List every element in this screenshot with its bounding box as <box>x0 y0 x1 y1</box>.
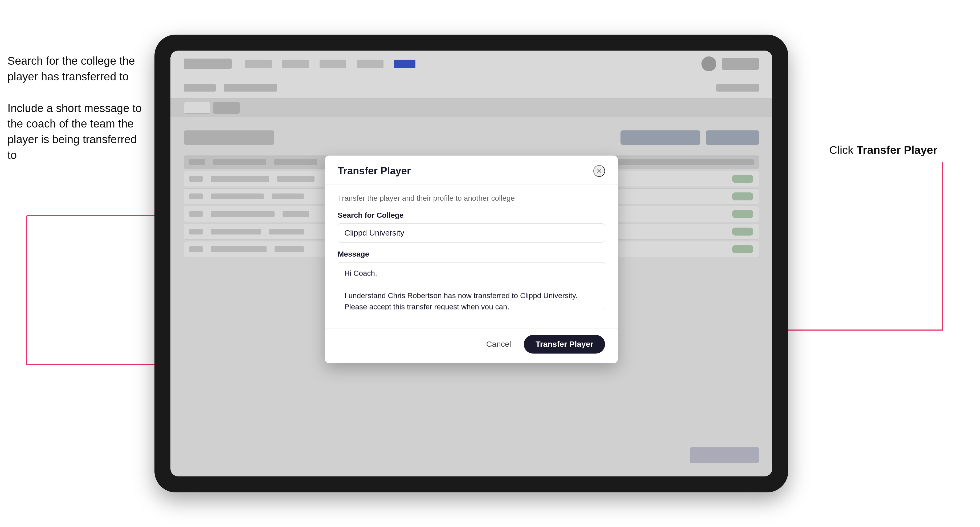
ipad-device: Transfer Player × Transfer the player an… <box>154 35 788 492</box>
annotation-text-2: Include a short message to the coach of … <box>8 101 146 163</box>
ipad-screen: Transfer Player × Transfer the player an… <box>170 51 772 476</box>
modal-subtitle: Transfer the player and their profile to… <box>338 194 605 203</box>
modal-close-button[interactable]: × <box>593 165 605 177</box>
message-textarea[interactable] <box>338 262 605 310</box>
cancel-button[interactable]: Cancel <box>480 335 517 353</box>
modal-overlay: Transfer Player × Transfer the player an… <box>170 51 772 476</box>
annotation-prefix: Click <box>829 144 857 156</box>
modal-footer: Cancel Transfer Player <box>325 328 618 363</box>
transfer-player-button[interactable]: Transfer Player <box>524 335 605 354</box>
transfer-player-modal: Transfer Player × Transfer the player an… <box>325 156 618 363</box>
modal-body: Transfer the player and their profile to… <box>325 184 618 328</box>
modal-title: Transfer Player <box>338 165 411 177</box>
annotation-left: Search for the college the player has tr… <box>8 53 146 179</box>
college-search-input[interactable] <box>338 223 605 243</box>
annotation-right: Click Transfer Player <box>829 144 937 157</box>
modal-header: Transfer Player × <box>325 156 618 184</box>
college-field-label: Search for College <box>338 211 605 220</box>
message-field-label: Message <box>338 250 605 259</box>
annotation-bold: Transfer Player <box>856 144 937 156</box>
annotation-text-1: Search for the college the player has tr… <box>8 53 146 85</box>
